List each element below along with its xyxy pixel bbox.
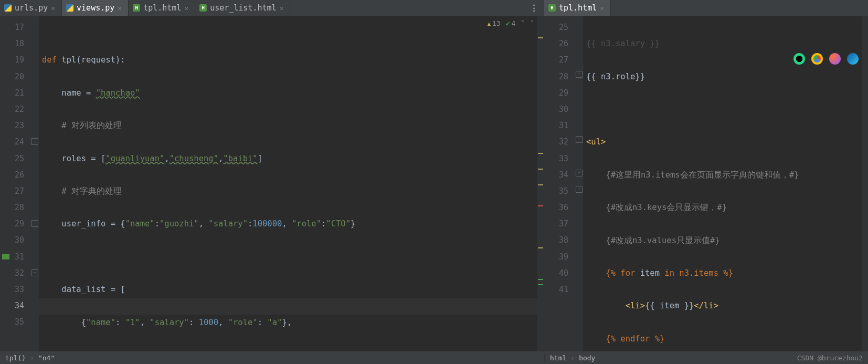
tab-overflow-icon[interactable]: ⋮ bbox=[525, 0, 544, 16]
tab-label: views.py bbox=[77, 3, 114, 13]
html-file-icon: H bbox=[133, 4, 140, 12]
tab-tpl-html[interactable]: Htpl.html× bbox=[129, 0, 195, 16]
fold-icon[interactable]: − bbox=[31, 269, 38, 276]
chevron-right-icon: › bbox=[570, 354, 575, 362]
close-icon[interactable]: × bbox=[600, 4, 604, 12]
fold-column-right[interactable]: − − − − bbox=[575, 16, 583, 351]
editor-right: 2526272829303132333435363738394041 − − −… bbox=[544, 16, 868, 351]
split-editors: 13 4 ˆ ˇ 1718192021222324252627282930313… bbox=[0, 16, 868, 351]
status-bar: tpl()› "n4" html› body CSDN @brucezhou2 bbox=[0, 351, 868, 364]
tab-label: tpl.html bbox=[559, 3, 597, 13]
fold-icon[interactable]: − bbox=[31, 138, 38, 145]
template-gutter-icon[interactable] bbox=[2, 254, 9, 259]
chevron-down-icon[interactable]: ˇ bbox=[530, 19, 534, 27]
inspection-summary[interactable]: 13 4 ˆ ˇ bbox=[487, 19, 534, 27]
fold-icon[interactable]: − bbox=[576, 170, 583, 176]
close-icon[interactable]: × bbox=[184, 4, 188, 12]
code-right[interactable]: {{ n3.salary }} {{ n3.role}} <ul> {#这里用n… bbox=[583, 16, 862, 351]
code-area-left[interactable]: 17181920212223242526272829303132333435 −… bbox=[0, 16, 544, 351]
html-file-icon: H bbox=[548, 4, 556, 12]
fold-icon[interactable]: − bbox=[576, 186, 583, 193]
tabbar-left: urls.py× views.py× Htpl.html× Huser_list… bbox=[0, 0, 544, 16]
browser-icons bbox=[793, 53, 859, 65]
close-icon[interactable]: × bbox=[118, 4, 122, 12]
chevron-up-icon[interactable]: ˆ bbox=[521, 19, 525, 27]
ok-count[interactable]: 4 bbox=[506, 19, 516, 27]
tabbars: urls.py× views.py× Htpl.html× Huser_list… bbox=[0, 0, 868, 16]
breadcrumbs-left[interactable]: tpl()› "n4" bbox=[0, 354, 60, 362]
tab-views-py[interactable]: views.py× bbox=[62, 0, 129, 16]
inspection-strip-right[interactable] bbox=[862, 16, 868, 351]
tab-label: user_list.html bbox=[210, 3, 276, 13]
html-file-icon: H bbox=[199, 4, 207, 12]
inspection-strip-left[interactable] bbox=[537, 16, 544, 351]
fold-icon[interactable]: − bbox=[31, 220, 38, 227]
tab-label: tpl.html bbox=[143, 3, 181, 13]
edge-icon[interactable] bbox=[847, 53, 859, 65]
gutter-left: 17181920212223242526272829303132333435 bbox=[0, 16, 30, 351]
crumb[interactable]: tpl() bbox=[5, 354, 26, 362]
crumb[interactable]: html bbox=[550, 354, 566, 362]
code-left[interactable]: def tpl(request): name = "hanchao" # 对列表… bbox=[39, 16, 537, 351]
fold-icon[interactable]: − bbox=[576, 71, 583, 78]
close-icon[interactable]: × bbox=[280, 4, 284, 12]
pycharm-icon[interactable] bbox=[793, 53, 805, 65]
breadcrumbs-right[interactable]: html› body CSDN @brucezhou2 bbox=[544, 354, 868, 362]
tab-user-list-html[interactable]: Huser_list.html× bbox=[195, 0, 290, 16]
ide-workbench: urls.py× views.py× Htpl.html× Huser_list… bbox=[0, 0, 868, 364]
tab-urls-py[interactable]: urls.py× bbox=[0, 0, 62, 16]
crumb[interactable]: "n4" bbox=[38, 354, 55, 362]
firefox-icon[interactable] bbox=[829, 53, 841, 65]
tab-label: urls.py bbox=[15, 3, 48, 13]
chrome-icon[interactable] bbox=[811, 53, 823, 65]
close-icon[interactable]: × bbox=[51, 4, 55, 12]
fold-icon[interactable]: − bbox=[576, 136, 583, 143]
tab-tpl-html-split[interactable]: Htpl.html× bbox=[544, 0, 611, 16]
fold-column-left[interactable]: − − − bbox=[30, 16, 39, 351]
tabbar-right: Htpl.html× bbox=[544, 0, 868, 16]
code-area-right[interactable]: 2526272829303132333435363738394041 − − −… bbox=[544, 16, 868, 351]
python-file-icon bbox=[4, 4, 12, 12]
crumb[interactable]: body bbox=[579, 354, 595, 362]
gutter-right: 2526272829303132333435363738394041 bbox=[544, 16, 575, 351]
watermark-text: CSDN @brucezhou2 bbox=[797, 354, 863, 362]
python-file-icon bbox=[66, 4, 73, 12]
chevron-right-icon: › bbox=[30, 354, 34, 362]
editor-left: 13 4 ˆ ˇ 1718192021222324252627282930313… bbox=[0, 16, 544, 351]
warning-count[interactable]: 13 bbox=[487, 19, 500, 27]
